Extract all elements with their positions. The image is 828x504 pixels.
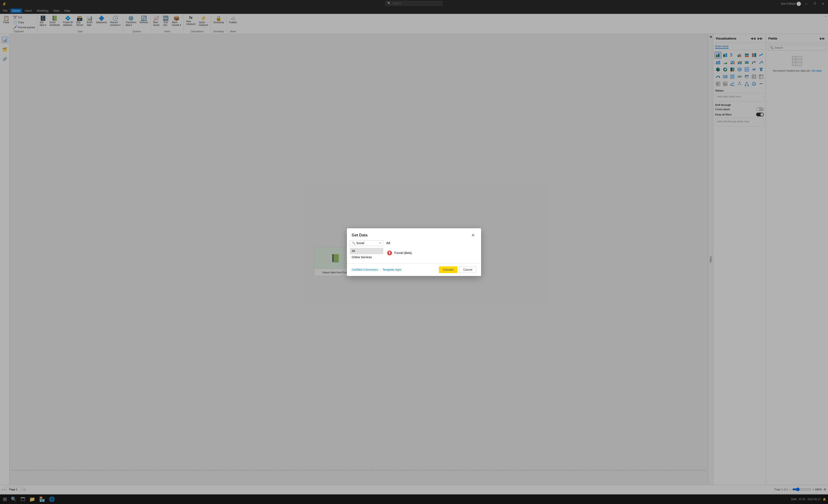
dialog-right-header: All [386,240,478,246]
dialog-footer-buttons: Connect Cancel [439,266,476,273]
dialog-title-bar: Get Data ✕ [347,228,481,240]
dialog-search-bar[interactable]: 🔍 ✕ [350,240,383,246]
dialog-footer-links: Certified Connectors | Template Apps [352,268,401,271]
result-funnel-beta[interactable]: Funnel (Beta) [386,249,478,257]
dialog-right: All Funnel (Beta) [386,240,478,260]
dialog-left: 🔍 ✕ All Online Services [350,240,383,260]
dialog-footer: Certified Connectors | Template Apps Con… [347,263,481,276]
certified-connectors-link[interactable]: Certified Connectors [352,268,378,271]
dialog-search-clear[interactable]: ✕ [379,242,381,245]
dialog-overlay: Get Data ✕ 🔍 ✕ All Online Services [0,0,828,494]
cancel-button[interactable]: Cancel [459,266,476,273]
dialog-search-icon: 🔍 [352,242,356,245]
funnel-label: Funnel (Beta) [395,251,412,255]
dialog-category-online-services[interactable]: Online Services [350,254,383,260]
connect-button[interactable]: Connect [439,266,457,273]
svg-marker-85 [388,252,391,254]
dialog-category-all[interactable]: All [350,248,383,254]
template-apps-link[interactable]: Template Apps [383,268,402,271]
funnel-icon [387,251,392,255]
dialog-close-button[interactable]: ✕ [470,232,476,238]
dialog-body: 🔍 ✕ All Online Services All Fu [347,240,481,263]
dialog-title: Get Data [352,233,368,238]
dialog-search-input[interactable] [357,242,378,245]
get-data-dialog: Get Data ✕ 🔍 ✕ All Online Services [347,228,481,276]
